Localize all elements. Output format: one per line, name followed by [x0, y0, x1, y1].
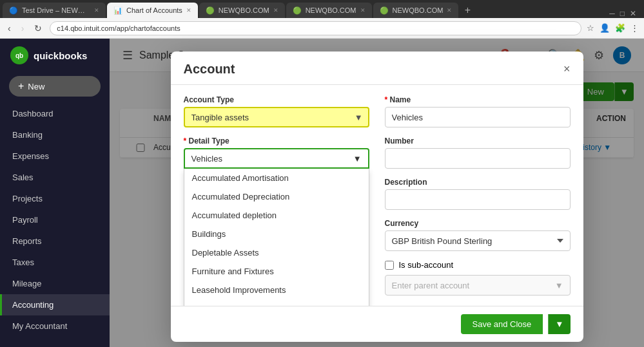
tab-close-icon[interactable]: ✕ [273, 7, 278, 14]
sidebar-item-sales[interactable]: Sales [0, 167, 110, 188]
tab-label: NEWQBO.COM [393, 6, 444, 14]
tab-label: NEWQBO.COM [306, 6, 356, 14]
detail-option-accumulated-depletion[interactable]: Accumulated depletion [184, 206, 369, 225]
sidebar-item-taxes[interactable]: Taxes [0, 252, 110, 273]
sidebar-item-payroll[interactable]: Payroll [0, 209, 110, 230]
detail-option-depletable-assets[interactable]: Depletable Assets [184, 243, 369, 262]
app: qb quickbooks + New Dashboard Banking Ex… [0, 39, 644, 347]
new-button[interactable]: + New [9, 76, 101, 97]
detail-type-dropdown[interactable]: Accumulated Amortisation Accumulated Dep… [184, 169, 369, 306]
sidebar-item-banking[interactable]: Banking [0, 124, 110, 145]
browser-chrome: 🔵 Test Drive – NEWQBO.COM ✕ 📊 Chart of A… [0, 0, 644, 39]
description-label: Description [385, 178, 571, 187]
save-and-close-dropdown-button[interactable]: ▼ [548, 314, 570, 334]
detail-type-field[interactable]: Vehicles ▼ [184, 148, 369, 169]
tab-label: Chart of Accounts [126, 6, 182, 14]
sidebar-item-my-accountant[interactable]: My Accountant [0, 315, 110, 337]
detail-option-accumulated-depreciation[interactable]: Accumulated Depreciation [184, 187, 369, 206]
sidebar-item-dashboard[interactable]: Dashboard [0, 103, 110, 124]
modal-left-column: Account Type ▼ * Detail Type Vehicles [184, 95, 369, 295]
modal-body: Account Type ▼ * Detail Type Vehicles [171, 85, 583, 306]
number-group: Number [385, 136, 571, 169]
sidebar-item-projects[interactable]: Projects [0, 188, 110, 209]
sub-account-row: Is sub-account [385, 260, 571, 270]
sub-account-checkbox[interactable] [385, 261, 394, 270]
name-required-star: * [385, 95, 388, 104]
qb-logo: qb [10, 46, 28, 64]
account-type-group: Account Type ▼ [184, 95, 369, 127]
profile-icon[interactable]: 👤 [600, 23, 610, 33]
save-and-close-button[interactable]: Save and Close [461, 314, 543, 334]
detail-type-wrapper: Vehicles ▼ Accumulated Amortisation Accu… [184, 148, 369, 169]
tab-2[interactable]: 📊 Chart of Accounts ✕ [107, 3, 198, 18]
bookmark-icon[interactable]: ☆ [587, 23, 594, 33]
detail-type-group: * Detail Type Vehicles ▼ Accumulated Amo… [184, 136, 369, 169]
tab-3[interactable]: 🟢 NEWQBO.COM ✕ [199, 3, 285, 18]
close-window-button[interactable]: ✕ [630, 9, 636, 18]
detail-option-leasehold[interactable]: Leasehold Improvements [184, 281, 369, 299]
tab-favicon: 🟢 [206, 6, 215, 15]
sidebar-item-reports[interactable]: Reports [0, 230, 110, 252]
parent-account-dropdown-icon: ▼ [555, 281, 563, 290]
number-label: Number [385, 136, 571, 145]
back-button[interactable]: ‹ [5, 22, 14, 35]
account-type-input[interactable] [184, 107, 369, 127]
address-bar[interactable]: c14.qbo.intuit.com/app/chartofaccounts [50, 21, 581, 35]
tab-1[interactable]: 🔵 Test Drive – NEWQBO.COM ✕ [3, 3, 106, 18]
currency-row: GBP British Pound Sterling [385, 230, 571, 251]
tab-favicon: 🟢 [293, 6, 302, 15]
tab-favicon: 🔵 [9, 6, 18, 15]
account-type-label: Account Type [184, 95, 369, 104]
modal-footer: Save and Close ▼ [171, 306, 583, 342]
sidebar-logo: qb quickbooks [0, 39, 110, 72]
sidebar-item-expenses[interactable]: Expenses [0, 145, 110, 167]
name-group: * Name [385, 95, 571, 127]
sidebar-item-accounting[interactable]: Accounting [0, 294, 110, 315]
nav-icons: ☆ 👤 🧩 ⋮ [587, 23, 639, 33]
chevron-down-icon: ▼ [353, 154, 362, 164]
tab-favicon: 📊 [113, 6, 122, 15]
extensions-icon[interactable]: 🧩 [615, 23, 625, 33]
minimize-button[interactable]: ─ [609, 9, 615, 18]
currency-label: Currency [385, 219, 571, 228]
description-group: Description [385, 178, 571, 210]
restore-button[interactable]: □ [620, 9, 625, 18]
required-star: * [184, 136, 187, 145]
nav-bar: ‹ › ↻ c14.qbo.intuit.com/app/chartofacco… [0, 18, 644, 39]
detail-option-accumulated-amortisation[interactable]: Accumulated Amortisation [184, 169, 369, 187]
tab-favicon: 🟢 [380, 6, 389, 15]
modal-close-button[interactable]: × [563, 62, 571, 76]
tab-close-icon[interactable]: ✕ [447, 7, 452, 14]
detail-option-furniture-fixtures[interactable]: Furniture and Fixtures [184, 262, 369, 281]
tab-close-icon[interactable]: ✕ [186, 7, 191, 14]
currency-group: Currency GBP British Pound Sterling [385, 219, 571, 251]
modal-overlay: Account × Account Type ▼ [110, 39, 644, 347]
sidebar: qb quickbooks + New Dashboard Banking Ex… [0, 39, 110, 347]
currency-select[interactable]: GBP British Pound Sterling [385, 230, 571, 251]
parent-account-placeholder: Enter parent account [392, 281, 470, 290]
tab-close-icon[interactable]: ✕ [94, 7, 99, 14]
sidebar-item-mileage[interactable]: Mileage [0, 273, 110, 294]
qb-brand-text: quickbooks [34, 50, 87, 61]
tab-label: NEWQBO.COM [219, 6, 269, 14]
modal-header: Account × [171, 52, 583, 85]
name-label: * Name [385, 95, 571, 104]
tab-close-icon[interactable]: ✕ [360, 7, 366, 14]
main-content: ☰ Sample Company ❓ Help 🔍 🔔 ⚙ B ✏️ 🖨 ⚙ [110, 39, 644, 347]
new-button-label: New [28, 82, 44, 91]
number-input[interactable] [385, 148, 571, 169]
tab-4[interactable]: 🟢 NEWQBO.COM ✕ [286, 3, 372, 18]
parent-account-field[interactable]: Enter parent account ▼ [385, 275, 571, 295]
reload-button[interactable]: ↻ [32, 22, 44, 35]
tab-5[interactable]: 🟢 NEWQBO.COM ✕ [373, 3, 459, 18]
settings-icon[interactable]: ⋮ [630, 23, 639, 33]
description-input[interactable] [385, 189, 571, 210]
tab-add-button[interactable]: + [460, 3, 475, 18]
tab-bar: 🔵 Test Drive – NEWQBO.COM ✕ 📊 Chart of A… [0, 0, 644, 18]
forward-button[interactable]: › [19, 22, 27, 35]
detail-option-machinery[interactable]: Machinery and equipment [184, 299, 369, 306]
detail-type-value: Vehicles [191, 154, 222, 164]
name-input[interactable] [385, 107, 571, 127]
detail-option-buildings[interactable]: Buildings [184, 225, 369, 243]
detail-type-label: * Detail Type [184, 136, 369, 145]
